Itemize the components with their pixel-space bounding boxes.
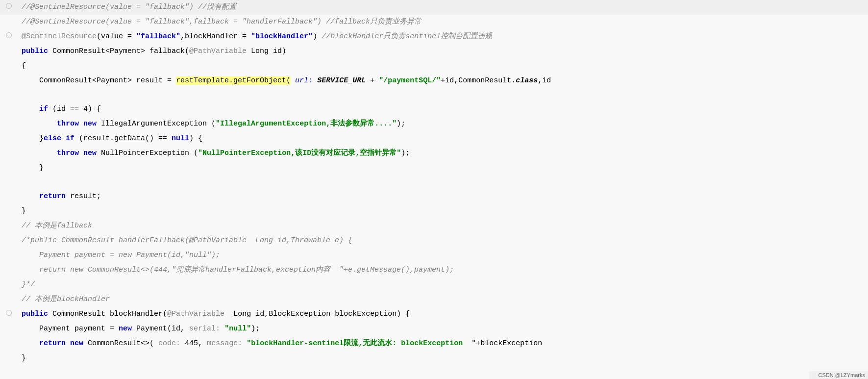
line-text: Payment payment = new Payment(id, serial…	[18, 322, 868, 336]
code-line: }	[0, 161, 868, 176]
code-line: if (id == 4) {	[0, 102, 868, 117]
line-text: throw new NullPointerException ("NullPoi…	[18, 147, 868, 160]
breakpoint-dot	[6, 32, 12, 38]
gutter-marker	[0, 3, 18, 9]
line-text: {	[18, 59, 868, 73]
line-text: /*public CommonResult handlerFallback(@P…	[18, 234, 868, 248]
code-editor: //@SentinelResource(value = "fallback") …	[0, 0, 868, 379]
code-line: }	[0, 351, 868, 366]
code-line: public CommonResult blockHandler(@PathVa…	[0, 307, 868, 322]
line-text: return new CommonResult<>(444,"兜底异常handl…	[18, 263, 868, 277]
code-line	[0, 88, 868, 102]
line-text: }	[18, 161, 868, 175]
line-text: }	[18, 204, 868, 218]
breakpoint-dot	[6, 3, 12, 9]
code-line: }else if (result.getData() == null) {	[0, 131, 868, 146]
line-text: return result;	[18, 190, 868, 203]
gutter-marker	[0, 32, 18, 38]
line-text: }else if (result.getData() == null) {	[18, 132, 868, 146]
code-line: return result;	[0, 189, 868, 204]
code-line: }	[0, 204, 868, 219]
code-line: Payment payment = new Payment(id, serial…	[0, 322, 868, 336]
breakpoint-dot	[6, 310, 12, 316]
code-line: return new CommonResult<>( code: 445, me…	[0, 336, 868, 351]
code-line: // 本例是blockHandler	[0, 292, 868, 307]
line-text: return new CommonResult<>( code: 445, me…	[18, 337, 868, 351]
line-text: }	[18, 352, 868, 365]
code-line: //@SentinelResource(value = "fallback") …	[0, 0, 868, 15]
code-line: {	[0, 59, 868, 74]
line-text: CommonResult<Payment> result = restTempl…	[18, 74, 868, 88]
code-line: return new CommonResult<>(444,"兜底异常handl…	[0, 263, 868, 278]
code-line: public CommonResult<Payment> fallback(@P…	[0, 44, 868, 59]
code-line: /*public CommonResult handlerFallback(@P…	[0, 233, 868, 248]
code-line	[0, 176, 868, 189]
line-text: @SentinelResource(value = "fallback",blo…	[18, 30, 868, 44]
code-line: CommonResult<Payment> result = restTempl…	[0, 74, 868, 88]
line-text: // 本例是fallback	[18, 219, 868, 233]
code-line: // 本例是fallback	[0, 219, 868, 233]
line-text: if (id == 4) {	[18, 102, 868, 116]
line-text: //@SentinelResource(value = "fallback",f…	[18, 15, 868, 29]
gutter-marker	[0, 310, 18, 316]
line-text: }*/	[18, 278, 868, 292]
code-line: }*/	[0, 278, 868, 292]
code-line: //@SentinelResource(value = "fallback",f…	[0, 15, 868, 29]
line-text: public CommonResult<Payment> fallback(@P…	[18, 45, 868, 58]
code-line: Payment payment = new Payment(id,"null")…	[0, 248, 868, 263]
line-text: public CommonResult blockHandler(@PathVa…	[18, 307, 868, 321]
code-line: throw new NullPointerException ("NullPoi…	[0, 146, 868, 161]
code-line: @SentinelResource(value = "fallback",blo…	[0, 29, 868, 44]
code-line: throw new IllegalArgumentException ("Ill…	[0, 117, 868, 131]
watermark: CSDN @LZYmarks	[809, 371, 868, 379]
line-text: // 本例是blockHandler	[18, 293, 868, 306]
line-text: Payment payment = new Payment(id,"null")…	[18, 249, 868, 262]
line-text: //@SentinelResource(value = "fallback") …	[18, 0, 868, 14]
code-lines: //@SentinelResource(value = "fallback") …	[0, 0, 868, 366]
line-text: throw new IllegalArgumentException ("Ill…	[18, 117, 868, 131]
